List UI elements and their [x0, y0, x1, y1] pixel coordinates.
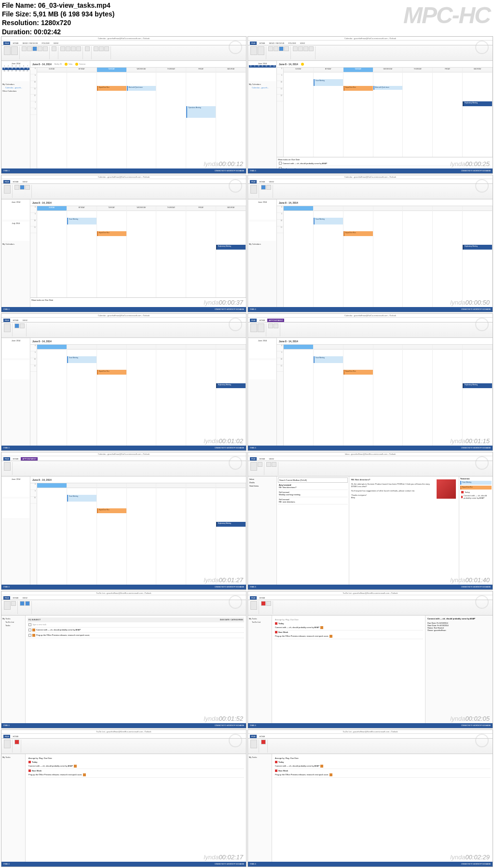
thumbnail-8: Inbox - gracehoffman@KinetEco.onmicrosof… [247, 452, 493, 589]
search-box[interactable]: Search Current Mailbox (Ctrl+E) [278, 477, 348, 483]
schedule-button[interactable] [43, 46, 48, 51]
change-view-icon[interactable] [4, 46, 11, 55]
open-new-button[interactable] [99, 46, 104, 51]
file-duration: Duration: 00:02:42 [2, 28, 114, 36]
week-button[interactable] [32, 46, 37, 51]
event-expandrive[interactable]: ExpanDrive Run [97, 86, 126, 91]
forward-button[interactable] [272, 462, 276, 467]
folder-pane: Inbox Drafts Sent Items [248, 476, 277, 584]
ribbon [1, 45, 246, 61]
my-calendars-section[interactable]: My Calendars [2, 83, 29, 85]
window-title: Calendar - gracehoffman@KioCo.onmicrosof… [1, 37, 246, 41]
appointment-tab[interactable]: APPOINTMENT [267, 319, 284, 322]
status-bar: ITEMS: 3CONNECTED TO: MICROSOFT EXCHANGE [1, 168, 246, 173]
other-calendars-section[interactable]: Other Calendars [2, 90, 29, 92]
inbox-folder[interactable]: Inbox [249, 477, 275, 481]
email-attachment-image [437, 479, 456, 499]
email-item[interactable]: Amy LeonardRE: Next directions? [278, 483, 348, 490]
file-resolution: Resolution: 1280x720 [2, 18, 114, 27]
task-new-input[interactable]: Type a new task [27, 622, 244, 628]
tab-send[interactable]: SEND / RECEIVE [21, 42, 39, 45]
thumbnail-1: Calendar - gracehoffman@KioCo.onmicrosof… [1, 36, 247, 174]
thumbnail-3: Calendar - gracehoffman@KioCo.onmicrosof… [1, 175, 247, 312]
sun-icon [75, 63, 78, 66]
tab-file[interactable]: FILE [3, 42, 10, 45]
tab-view[interactable]: VIEW [52, 42, 60, 45]
window-title: Calendar - gracehoffman@KioCo.onmicrosof… [248, 37, 493, 41]
date-range: June 8 - 14, 2014 [32, 63, 52, 66]
event-meet[interactable]: Meet with Quick team [127, 86, 156, 91]
close-all-button[interactable] [104, 46, 109, 51]
reminders-button[interactable] [94, 46, 98, 51]
task-row[interactable]: Ping up the Office Preview releases; res… [27, 633, 244, 638]
thumbnail-9: To-Do List - gracehoffman@KinetEco.onmic… [1, 591, 247, 728]
task-list: D!| SUBJECTDUE DATECATEGORIES Type a new… [26, 616, 246, 723]
file-name: File Name: 06_03-view_tasks.mp4 [2, 1, 114, 10]
message-list: Search Current Mailbox (Ctrl+E) Amy Leon… [277, 476, 349, 584]
task-detail-pane: Connect with — uh, should probably come … [425, 616, 493, 723]
day-button[interactable] [22, 46, 27, 51]
reading-pane-button[interactable] [71, 46, 76, 51]
sent-folder[interactable]: Sent Items [249, 484, 275, 488]
my-tasks[interactable]: My Tasks [2, 617, 24, 620]
timestamp: lynda00:00:12 [204, 160, 243, 168]
tab-folder[interactable]: FOLDER [40, 42, 51, 45]
task-row[interactable]: Connect with — uh, should probably come … [27, 628, 244, 633]
thumbnail-7: Calendar - gracehoffman@KioCo.onmicrosof… [1, 452, 247, 589]
event-operations[interactable]: Operations Meeting [186, 106, 216, 118]
calendar-item[interactable]: Calendar - graceh... [2, 86, 29, 89]
flag-icon [461, 491, 464, 493]
thumbnail-12: To-Do List - gracehoffman@KinetEco.onmic… [247, 729, 493, 867]
delete-button[interactable] [258, 462, 262, 467]
tasks-folder[interactable]: Tasks [2, 624, 24, 627]
flag-button[interactable] [261, 601, 266, 606]
folder-pane-button[interactable] [66, 46, 70, 51]
month-button[interactable] [38, 46, 42, 51]
drafts-folder[interactable]: Drafts [249, 481, 275, 484]
thumbnail-6: Calendar - gracehoffman@KioCo.onmicrosof… [247, 313, 493, 451]
thumbnail-4: Calendar - gracehoffman@KioCo.onmicrosof… [247, 175, 493, 312]
sun-icon [65, 63, 68, 66]
reply-button[interactable] [266, 462, 271, 467]
sidebar: June 2014 1234567 891011121314 151617181… [1, 61, 30, 168]
lynda-circle-icon [229, 41, 242, 54]
todo-bar-button[interactable] [76, 46, 81, 51]
thumbnail-grid: Calendar - gracehoffman@KioCo.onmicrosof… [0, 0, 494, 868]
date-header: June 8 - 14, 2014 Bentley, WI Today Tomo… [30, 61, 246, 68]
color-button[interactable] [52, 46, 56, 51]
event-team-meeting[interactable]: Team Meeting [314, 79, 343, 86]
thumbnail-2: Calendar - gracehoffman@KioCo.onmicrosof… [247, 36, 493, 174]
lynda-circle-icon [475, 41, 489, 54]
thumbnail-10: To-Do List - gracehoffman@KinetEco.onmic… [247, 591, 493, 728]
reading-pane: RE: Next directions? Hi, the attempts to… [349, 476, 459, 584]
todo-bar: Tomorrow Team Meeting ExpanDrive Run Tod… [459, 476, 493, 584]
file-size: File Size: 5,91 MB (6 198 934 bytes) [2, 10, 114, 18]
thumbnail-11: To-Do List - gracehoffman@KinetEco.onmic… [1, 729, 247, 867]
todo-list[interactable]: To-Do List [2, 621, 24, 623]
tab-home[interactable]: HOME [11, 42, 20, 45]
new-email-button[interactable] [250, 462, 257, 471]
work-week-button[interactable] [27, 46, 32, 51]
daily-task-button[interactable] [60, 46, 65, 51]
people-pane-button[interactable] [85, 46, 90, 51]
mpc-hc-watermark: MPC-HC [403, 2, 490, 28]
file-info-overlay: File Name: 06_03-view_tasks.mp4 File Siz… [2, 1, 114, 36]
ribbon-tabs: FILE HOME SEND / RECEIVE FOLDER VIEW [1, 41, 246, 45]
mini-calendar[interactable]: June 2014 1234567 891011121314 151617181… [2, 62, 29, 81]
reset-view-icon[interactable] [11, 46, 18, 55]
thumbnail-5: Calendar - gracehoffman@KioCo.onmicrosof… [1, 313, 247, 451]
